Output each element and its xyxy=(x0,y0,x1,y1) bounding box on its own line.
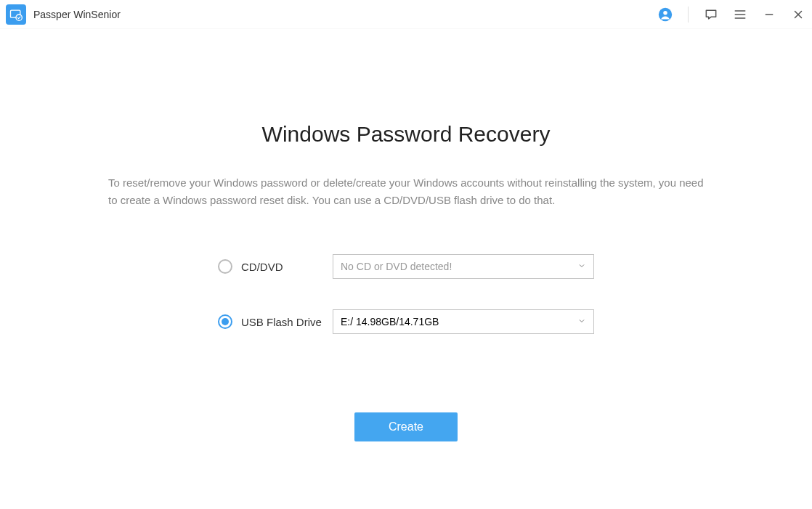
feedback-icon[interactable] xyxy=(703,7,719,23)
user-account-icon[interactable] xyxy=(657,7,673,23)
svg-point-1 xyxy=(16,15,22,20)
option-label-usb: USB Flash Drive xyxy=(241,316,333,328)
menu-icon[interactable] xyxy=(732,7,748,23)
page-title: Windows Password Recovery xyxy=(262,122,551,147)
app-title: Passper WinSenior xyxy=(33,9,657,20)
svg-point-3 xyxy=(663,10,667,14)
app-logo-icon xyxy=(6,4,26,25)
dropdown-usb[interactable]: E:/ 14.98GB/14.71GB xyxy=(333,309,594,334)
option-row-cd-dvd: CD/DVD No CD or DVD detected! xyxy=(218,254,594,279)
close-button[interactable] xyxy=(790,7,806,23)
dropdown-cd-dvd[interactable]: No CD or DVD detected! xyxy=(333,254,594,279)
radio-usb[interactable] xyxy=(218,314,232,329)
chevron-down-icon xyxy=(577,261,586,272)
option-label-cd-dvd: CD/DVD xyxy=(241,261,333,273)
description-text: To reset/remove your Windows password or… xyxy=(108,174,704,209)
dropdown-cd-dvd-value: No CD or DVD detected! xyxy=(341,261,452,272)
chevron-down-icon xyxy=(577,316,586,327)
titlebar: Passper WinSenior xyxy=(0,0,812,29)
divider xyxy=(688,7,689,23)
main-content: Windows Password Recovery To reset/remov… xyxy=(0,29,812,441)
title-actions xyxy=(657,7,806,23)
radio-cd-dvd[interactable] xyxy=(218,259,232,274)
media-options: CD/DVD No CD or DVD detected! USB Flash … xyxy=(218,254,594,334)
dropdown-usb-value: E:/ 14.98GB/14.71GB xyxy=(341,316,439,327)
create-button[interactable]: Create xyxy=(354,412,458,441)
option-row-usb: USB Flash Drive E:/ 14.98GB/14.71GB xyxy=(218,309,594,334)
minimize-button[interactable] xyxy=(761,7,777,23)
